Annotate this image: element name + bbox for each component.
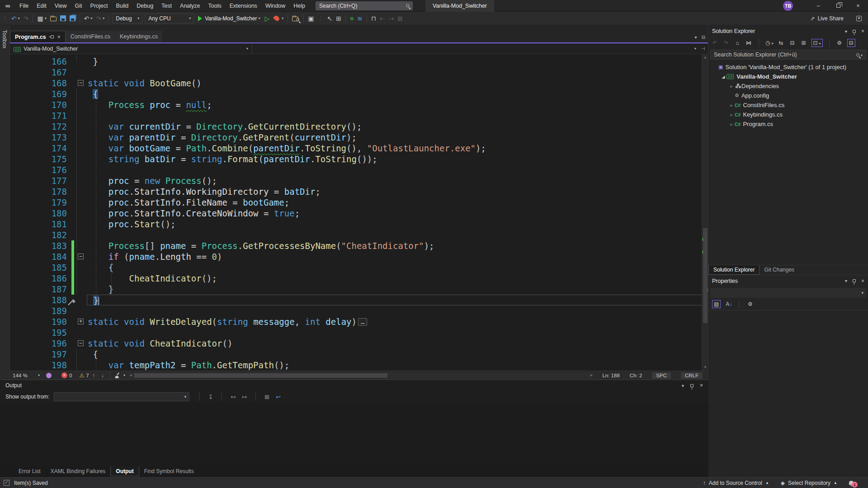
save-all-button[interactable] bbox=[68, 13, 77, 24]
next-bookmark-button[interactable]: ⇢ bbox=[387, 13, 396, 24]
menu-build[interactable]: Build bbox=[112, 0, 132, 12]
menu-analyze[interactable]: Analyze bbox=[176, 0, 204, 12]
fold-toggle-icon[interactable]: − bbox=[78, 253, 84, 259]
tree-item-dependencies[interactable]: ▹Dependencies bbox=[708, 81, 868, 91]
code-cleanup-broom-icon[interactable] bbox=[114, 372, 120, 378]
menu-tools[interactable]: Tools bbox=[204, 0, 226, 12]
tree-item-keybindings-cs[interactable]: ▹C#Keybindings.cs bbox=[708, 110, 868, 119]
new-project-button[interactable]: ▦▾ bbox=[35, 13, 48, 24]
output-close-icon[interactable]: × bbox=[700, 382, 703, 389]
search-input[interactable]: Search (Ctrl+Q) bbox=[316, 1, 413, 10]
code-line-178[interactable]: 178 proc.StartInfo.WorkingDirectory = ba… bbox=[10, 186, 708, 197]
menu-view[interactable]: View bbox=[51, 0, 71, 12]
zoom-dropdown[interactable]: 144 %▾ bbox=[10, 373, 42, 378]
output-menu-chevron-icon[interactable]: ▾ bbox=[682, 383, 684, 388]
menu-project[interactable]: Project bbox=[86, 0, 112, 12]
code-line-181[interactable]: 181 proc.Start(); bbox=[10, 219, 708, 230]
menu-help[interactable]: Help bbox=[289, 0, 309, 12]
find-in-files-button[interactable] bbox=[290, 13, 301, 24]
code-line-167[interactable]: 167 bbox=[10, 67, 708, 78]
navigate-forward-button[interactable]: ↷ bbox=[22, 13, 31, 24]
menu-test[interactable]: Test bbox=[157, 0, 176, 12]
code-line-177[interactable]: 177 proc = new Process(); bbox=[10, 175, 708, 186]
code-line-195[interactable]: 195 bbox=[10, 327, 708, 338]
start-debugging-button[interactable]: Vanilla-Mod_Switcher▾ bbox=[195, 15, 263, 22]
properties-menu-chevron-icon[interactable]: ▾ bbox=[845, 278, 847, 283]
project-dropdown[interactable]: C#Vanilla-Mod_Switcher ▾ bbox=[10, 43, 252, 54]
vertical-scrollbar[interactable]: ▲ ▼ bbox=[702, 54, 708, 371]
tab-options-icon[interactable]: ⊟ bbox=[702, 35, 705, 40]
next-issue-icon[interactable]: ↓ bbox=[101, 373, 104, 378]
warnings-icon[interactable]: ⚠ bbox=[79, 372, 84, 379]
pin-icon[interactable] bbox=[853, 30, 856, 33]
hot-reload-button[interactable]: ▾ bbox=[271, 13, 285, 24]
preview-window-button[interactable]: ▣ bbox=[306, 13, 316, 24]
previous-message-icon[interactable]: ↤ bbox=[231, 394, 236, 400]
fold-toggle-icon[interactable]: − bbox=[78, 80, 84, 86]
undo-button[interactable]: ↶▾ bbox=[82, 13, 94, 24]
output-content[interactable] bbox=[0, 403, 708, 466]
tree-expander-icon[interactable]: ▹ bbox=[728, 103, 735, 108]
restore-button[interactable] bbox=[828, 0, 848, 12]
categorized-icon[interactable]: ▤ bbox=[712, 300, 721, 308]
solution-configuration-dropdown[interactable]: Debug▾ bbox=[113, 14, 142, 23]
live-share-button[interactable]: ⇗Live Share bbox=[811, 15, 848, 22]
vertical-scroll-thumb[interactable] bbox=[703, 228, 708, 323]
code-line-172[interactable]: 172 var currentDir = Directory.GetCurren… bbox=[10, 121, 708, 132]
add-to-source-control-button[interactable]: ↑ Add to Source Control ▲ bbox=[703, 480, 769, 486]
fold-toggle-icon[interactable]: − bbox=[78, 340, 84, 346]
properties-object-dropdown[interactable]: ▾ bbox=[710, 288, 866, 298]
tab-Program.cs[interactable]: Program.cs× bbox=[10, 31, 66, 42]
code-line-171[interactable]: 171 bbox=[10, 110, 708, 121]
line-ending-toggle[interactable]: CRLF bbox=[681, 372, 703, 379]
close-button[interactable]: × bbox=[848, 0, 868, 12]
tree-item-solution-vanilla-mod-switcher-1-of-1-project-[interactable]: ▣Solution 'Vanilla-Mod_Switcher' (1 of 1… bbox=[708, 62, 868, 72]
word-wrap-icon[interactable]: ↩ bbox=[276, 394, 281, 400]
intellicode-icon[interactable] bbox=[46, 373, 52, 378]
scroll-down-arrow-icon[interactable]: ▼ bbox=[702, 364, 708, 371]
toolbar-grip-2[interactable]: ⋮ bbox=[316, 15, 325, 21]
code-line-173[interactable]: 173 var parentDir = Directory.GetParent(… bbox=[10, 132, 708, 143]
switch-views-icon[interactable]: ⋈ bbox=[745, 40, 752, 46]
pane-menu-chevron-icon[interactable]: ▾ bbox=[845, 29, 847, 34]
tree-item-constinifiles-cs[interactable]: ▹C#ConstIniFiles.cs bbox=[708, 100, 868, 110]
menu-debug[interactable]: Debug bbox=[132, 0, 157, 12]
code-line-183[interactable]: 183 Process[] pname = Process.GetProcess… bbox=[10, 240, 708, 251]
se-forward-icon[interactable]: ↷ bbox=[722, 40, 730, 46]
properties-wrench-icon[interactable]: ⚙ bbox=[836, 40, 843, 46]
redo-button[interactable]: ↷▾ bbox=[94, 13, 106, 24]
code-line-188[interactable]: 188 } bbox=[10, 295, 708, 305]
alphabetical-sort-icon[interactable]: A bbox=[725, 301, 732, 307]
solution-explorer-search-input[interactable]: Search Solution Explorer (Ctrl+ü) ▾ bbox=[710, 50, 866, 60]
fold-toggle-icon[interactable]: + bbox=[78, 319, 84, 324]
code-line-184[interactable]: 184− if (pname.Length == 0) bbox=[10, 251, 708, 262]
tree-expander-icon[interactable]: ◢ bbox=[720, 75, 726, 79]
toolbar-grip[interactable]: ⋮ bbox=[0, 15, 9, 21]
tree-item-program-cs[interactable]: ▹C#Program.cs bbox=[708, 119, 868, 129]
close-pane-icon[interactable]: × bbox=[861, 28, 864, 34]
code-line-185[interactable]: 185 { bbox=[10, 262, 708, 273]
preview-selected-items-icon[interactable]: ⊟ bbox=[847, 39, 855, 47]
tree-expander-icon[interactable]: ▹ bbox=[728, 84, 735, 89]
tab-Keybindings.cs[interactable]: Keybindings.cs bbox=[115, 31, 162, 42]
horizontal-scroll-thumb[interactable] bbox=[134, 373, 387, 378]
type-member-dropdown[interactable]: ▾ bbox=[252, 43, 700, 54]
clear-all-icon[interactable]: ⊠ bbox=[264, 394, 269, 400]
solution-platform-dropdown[interactable]: Any CPU▾ bbox=[145, 14, 194, 23]
code-line-176[interactable]: 176 bbox=[10, 164, 708, 175]
pending-changes-filter-icon[interactable]: ◷▾ bbox=[765, 40, 774, 46]
scroll-left-arrow-icon[interactable]: ◄ bbox=[128, 372, 133, 379]
previous-issue-icon[interactable]: ↑ bbox=[93, 373, 95, 378]
code-line-182[interactable]: 182 bbox=[10, 230, 708, 240]
code-line-168[interactable]: 168−static void BootGame() bbox=[10, 78, 708, 89]
dock-tab-solution-explorer[interactable]: Solution Explorer bbox=[708, 265, 760, 275]
menu-file[interactable]: File bbox=[15, 0, 33, 12]
previous-bookmark-button[interactable]: ⇠ bbox=[378, 13, 387, 24]
code-editor[interactable]: 166 }167168−static void BootGame()169 {1… bbox=[10, 54, 708, 371]
toolbox-tab[interactable]: Toolbox bbox=[1, 25, 8, 48]
code-line-180[interactable]: 180 proc.StartInfo.CreateNoWindow = true… bbox=[10, 208, 708, 219]
horizontal-scrollbar[interactable]: ◄ ► bbox=[128, 372, 594, 379]
properties-grid[interactable] bbox=[708, 310, 868, 478]
code-line-170[interactable]: 170 Process proc = null; bbox=[10, 99, 708, 110]
panel-tab-xaml-binding-failures[interactable]: XAML Binding Failures bbox=[46, 466, 111, 476]
